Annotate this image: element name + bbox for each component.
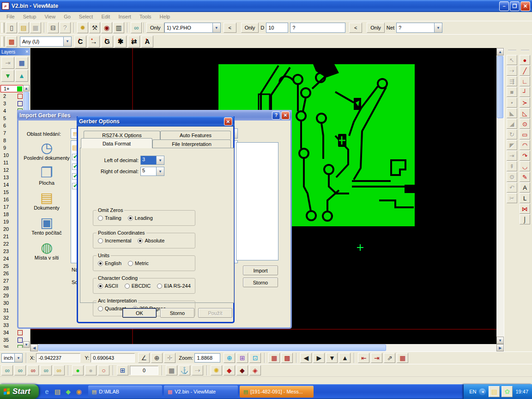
hscroll-thumb[interactable] [38, 345, 386, 351]
zoom-in-icon[interactable]: ⊕ [224, 353, 235, 363]
tool-c-button[interactable]: C [74, 36, 86, 48]
units-combo[interactable]: inch▼ [1, 353, 23, 363]
dialog-close-button[interactable]: ✕ [281, 111, 290, 120]
firefox-icon[interactable]: ◉ [74, 387, 84, 396]
origin-target-icon[interactable]: ⊕ [151, 353, 163, 363]
draw-triangle-icon[interactable]: ◺ [520, 108, 530, 118]
tool-film-icon[interactable]: ⚒ [89, 22, 100, 33]
radio-incremental[interactable]: Incremental [98, 238, 131, 243]
layer-row-1+[interactable]: 1+ [0, 85, 24, 92]
layer-up-icon[interactable]: ▲ [15, 70, 28, 82]
draw-sketch-icon[interactable]: ✎ [520, 172, 530, 182]
highlight-ring-icon[interactable]: ○ [98, 365, 109, 375]
layer-colors-icon[interactable]: ▥ [113, 22, 124, 33]
menu-view[interactable]: View [41, 13, 59, 20]
print-icon[interactable]: ⊟ [48, 22, 59, 33]
aperture-filter-combo[interactable]: Any (U)▼ [20, 36, 72, 47]
tool-draw-arrow-button[interactable]: → [88, 36, 100, 48]
prev-dcode-button[interactable]: < [349, 23, 362, 33]
task-explorer[interactable]: ▤D:\MLAB [88, 386, 162, 398]
canvas-hscrollbar[interactable]: ◀ ▶ [30, 344, 504, 351]
dialog-close-button[interactable]: ✕ [224, 117, 232, 126]
draw-line-icon[interactable]: ╱ [520, 66, 530, 76]
layer-row-35[interactable]: 35 [0, 336, 24, 344]
draw-text-icon[interactable]: A [520, 182, 530, 193]
dialog-help-button[interactable]: ? [272, 111, 280, 120]
tool-a-button[interactable]: A [141, 36, 153, 48]
import-button[interactable]: Import [243, 266, 278, 275]
scroll-up-icon[interactable]: ▲ [496, 48, 504, 55]
radio-quadrant[interactable]: Quadrant [98, 306, 126, 311]
grid-full-icon[interactable]: ▩ [281, 353, 293, 363]
zoom-window-icon[interactable]: ⊡ [249, 353, 261, 363]
only-net-button[interactable]: Only [367, 23, 385, 33]
place-desktop[interactable]: ❐Plocha [22, 165, 71, 186]
scroll-down-icon[interactable]: ▼ [496, 337, 504, 344]
view-selected-glasses-icon[interactable]: ∞ [27, 365, 39, 375]
radio-metric[interactable]: Metric [128, 260, 149, 266]
radio-absolute[interactable]: Absolute [138, 238, 164, 243]
only-dcode-button[interactable]: Only [241, 23, 259, 33]
tool-flash-button[interactable]: ✱ [115, 36, 127, 48]
scroll-right-icon[interactable]: ▶ [496, 344, 504, 351]
folder-launch-icon[interactable]: ▤ [53, 387, 62, 396]
tile-windows-icon[interactable]: ⊞ [117, 365, 128, 375]
angle-measure-icon[interactable]: ∠ [138, 353, 150, 363]
tab-data-format[interactable]: Data Format [81, 138, 152, 148]
pan-left-icon[interactable]: ◀ [300, 353, 312, 363]
layers-close-icon[interactable]: ✕ [25, 49, 29, 54]
task-viewmate[interactable]: ▩V2.bin - ViewMate [164, 386, 238, 398]
pan-up-icon[interactable]: ▲ [339, 353, 351, 363]
menu-go[interactable]: Go [60, 13, 74, 20]
draw-arc-icon[interactable]: ◠ [520, 140, 530, 150]
draw-polyline-icon[interactable]: ∟ [520, 76, 530, 86]
measure-glasses-icon[interactable]: ∞ [131, 22, 142, 33]
draw-bowtie-icon[interactable]: ⋈ [520, 204, 530, 214]
menu-edit[interactable]: Edit [97, 13, 114, 20]
restore-button[interactable]: ❐ [510, 1, 520, 11]
chevron-down-icon[interactable]: ▼ [14, 354, 22, 362]
flash-small-icon[interactable]: ◈ [249, 365, 261, 375]
task-message[interactable]: ▤[191-482-091] - Mess... [240, 386, 314, 398]
chevron-down-icon[interactable]: ▼ [156, 156, 164, 164]
layer-row-2[interactable]: 2 [0, 92, 24, 100]
only-layer-button[interactable]: Only [146, 23, 164, 33]
grid-corner-icon[interactable]: ▦ [268, 353, 280, 363]
language-indicator[interactable]: EN [469, 389, 476, 394]
view-dcode-glasses-icon[interactable]: ∞ [40, 365, 52, 375]
view-all-glasses-icon[interactable]: ∞ [1, 365, 13, 375]
flash-dark-icon[interactable]: ◆ [236, 365, 248, 375]
pad-film-icon[interactable]: ◉ [101, 22, 112, 33]
tray-message-icon[interactable]: ▤ [489, 386, 500, 397]
highlight-off-icon[interactable]: ● [85, 365, 97, 375]
route-diagonal-icon[interactable]: ⇗ [384, 353, 395, 363]
chevron-down-icon[interactable]: ▼ [434, 23, 442, 32]
menu-setup[interactable]: Setup [19, 13, 40, 20]
draw-label-icon[interactable]: L [520, 193, 530, 203]
tool-h-button[interactable]: ⇄ [128, 36, 140, 48]
highlight-on-icon[interactable]: ● [72, 365, 84, 375]
tab-auto-features[interactable]: Auto Features [160, 131, 231, 139]
menu-help[interactable]: Help [156, 13, 174, 20]
place-recent-documents[interactable]: ◷Poslední dokumenty [22, 140, 71, 161]
radio-trailing[interactable]: Trailing [98, 215, 121, 221]
scroll-up-icon[interactable]: ▲ [23, 85, 30, 91]
scroll-down-icon[interactable]: ▼ [23, 341, 30, 348]
flash-yellow-icon[interactable]: ✺ [211, 365, 222, 375]
layer-down-icon[interactable]: ▼ [1, 70, 14, 82]
dcode-query-input[interactable]: ? [290, 23, 345, 33]
menu-file[interactable]: File [3, 13, 18, 20]
grid-dots-icon[interactable]: ▦ [166, 365, 177, 375]
tray-collapse-icon[interactable]: ◂ [479, 388, 486, 395]
prev-layer-button[interactable]: < [224, 23, 236, 33]
new-file-icon[interactable]: ▯ [6, 22, 17, 33]
ok-button[interactable]: OK [122, 308, 157, 318]
menu-select[interactable]: Select [75, 13, 97, 20]
view-highlight-glasses-icon[interactable]: ∞ [53, 365, 65, 375]
radio-ebcdic[interactable]: EBCDIC [125, 283, 151, 289]
scroll-left-icon[interactable]: ◀ [30, 344, 38, 351]
radio-ascii[interactable]: ASCII [98, 283, 118, 289]
layer-row-3[interactable]: 3 [0, 100, 24, 107]
toolbar-grip[interactable] [508, 50, 516, 52]
left-of-decimal-combo[interactable]: 3 ▼ [140, 156, 164, 165]
